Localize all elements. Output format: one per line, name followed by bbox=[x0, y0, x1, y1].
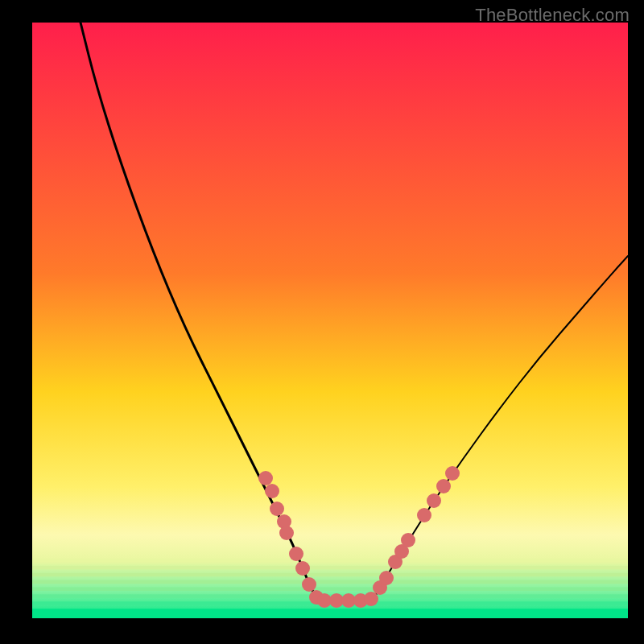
series-right-branch bbox=[373, 256, 628, 601]
data-marker bbox=[302, 577, 316, 592]
data-marker bbox=[427, 493, 441, 508]
data-marker bbox=[289, 547, 303, 561]
data-marker bbox=[436, 479, 451, 493]
data-marker bbox=[279, 526, 294, 540]
series-left-branch bbox=[80, 23, 318, 601]
plot-area bbox=[32, 23, 628, 618]
data-marker bbox=[270, 502, 284, 516]
data-marker bbox=[401, 533, 415, 547]
data-marker bbox=[364, 592, 378, 606]
data-marker bbox=[258, 471, 273, 485]
data-marker bbox=[445, 466, 460, 481]
data-marker bbox=[379, 571, 394, 585]
data-marker bbox=[417, 508, 431, 522]
data-marker bbox=[295, 561, 310, 576]
chart-frame: TheBottleneck.com bbox=[0, 0, 644, 644]
curve-layer bbox=[32, 23, 628, 618]
data-marker bbox=[265, 484, 279, 498]
